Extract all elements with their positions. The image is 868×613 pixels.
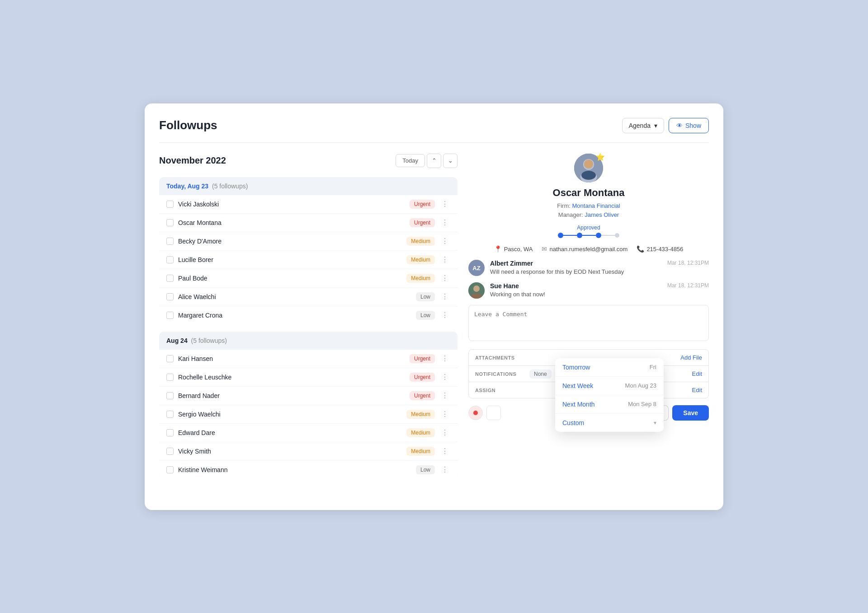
followup-checkbox-0-0[interactable] (166, 201, 174, 208)
attachments-label: ATTACHMENTS (475, 355, 529, 360)
dropdown-date-2: Mon Sep 8 (628, 401, 656, 407)
day-header-0: Today, Aug 23 (5 followups) (159, 177, 458, 195)
header: Followups Agenda ▾ 👁 Show (159, 118, 709, 143)
status-label: Approved (468, 225, 709, 231)
followup-checkbox-0-1[interactable] (166, 219, 174, 226)
followup-checkbox-1-0[interactable] (166, 355, 174, 362)
dropdown-label-3: Custom (562, 419, 584, 426)
dropdown-item-2[interactable]: Next Month Mon Sep 8 (555, 395, 664, 414)
followup-list-0: Vicki Jaskolski Urgent ⋮ Oscar Montana U… (159, 195, 458, 324)
none-badge: None (529, 370, 552, 379)
agenda-label: Agenda (629, 122, 651, 129)
comment-header-0: Albert Zimmer Mar 18, 12:31PM (490, 260, 709, 267)
agenda-dropdown[interactable]: Agenda ▾ (622, 118, 664, 133)
priority-badge: Low (416, 465, 435, 474)
more-options-icon[interactable]: ⋮ (439, 354, 450, 363)
followup-checkbox-1-5[interactable] (166, 448, 174, 455)
manager-link[interactable]: James Oliver (585, 211, 619, 218)
list-item: Paul Bode Medium ⋮ (159, 269, 458, 288)
more-options-icon[interactable]: ⋮ (439, 218, 450, 227)
reschedule-dropdown: Tomorrow Fri Next Week Mon Aug 23 Next M… (555, 358, 664, 432)
more-options-icon[interactable]: ⋮ (439, 447, 450, 455)
save-button[interactable]: Save (672, 405, 709, 421)
followup-checkbox-0-5[interactable] (166, 293, 174, 300)
followup-checkbox-1-3[interactable] (166, 411, 174, 418)
priority-badge: Urgent (410, 373, 435, 382)
more-options-icon[interactable]: ⋮ (439, 428, 450, 437)
comment-avatar-1 (468, 282, 485, 299)
more-options-icon[interactable]: ⋮ (439, 391, 450, 400)
svg-point-6 (581, 171, 596, 180)
contact-meta: Firm: Montana Financial Manager: James O… (468, 201, 709, 220)
followup-checkbox-0-4[interactable] (166, 275, 174, 282)
dropdown-label-0: Tomorrow (562, 364, 590, 371)
more-options-icon[interactable]: ⋮ (439, 311, 450, 319)
today-button[interactable]: Today (396, 154, 425, 167)
day-group-1: Aug 24 (5 followups) Kari Hansen Urgent … (159, 332, 458, 479)
dropdown-expand-icon: ▾ (654, 420, 656, 426)
firm-link[interactable]: Montana Financial (572, 202, 620, 209)
more-options-icon[interactable]: ⋮ (439, 373, 450, 381)
notifications-edit-button[interactable]: Edit (692, 370, 702, 377)
phone-link[interactable]: 215-433-4856 (646, 246, 683, 253)
more-options-icon[interactable]: ⋮ (439, 255, 450, 264)
more-options-icon[interactable]: ⋮ (439, 237, 450, 245)
priority-badge: Urgent (410, 200, 435, 209)
red-dot-button[interactable] (468, 406, 483, 420)
more-options-icon[interactable]: ⋮ (439, 410, 450, 418)
square-button[interactable] (486, 406, 501, 420)
dropdown-item-0[interactable]: Tomorrow Fri (555, 358, 664, 377)
track-dot-3 (596, 233, 601, 238)
day-header-1: Aug 24 (5 followups) (159, 332, 458, 350)
list-item: Kristine Weimann Low ⋮ (159, 461, 458, 479)
page-title: Followups (159, 118, 217, 132)
nav-controls: Today ⌃ ⌄ (396, 154, 458, 168)
followup-name: Lucille Borer (178, 256, 402, 263)
left-panel: November 2022 Today ⌃ ⌄ Today, Aug 23 (5… (159, 154, 458, 486)
email-link[interactable]: nathan.rumesfeld@gmail.com (549, 246, 627, 253)
track-dot-2 (577, 233, 582, 238)
day-group-0: Today, Aug 23 (5 followups) Vicki Jaskol… (159, 177, 458, 324)
followup-checkbox-0-6[interactable] (166, 312, 174, 319)
followup-name: Margaret Crona (178, 312, 411, 319)
right-panel: ⭐ Oscar Montana Firm: Montana Financial … (468, 154, 709, 486)
dropdown-item-3[interactable]: Custom ▾ (555, 414, 664, 432)
more-options-icon[interactable]: ⋮ (439, 200, 450, 208)
track-line-1 (563, 235, 577, 236)
add-file-button[interactable]: Add File (680, 354, 702, 361)
followup-checkbox-1-1[interactable] (166, 374, 174, 381)
followup-name: Oscar Montana (178, 219, 405, 226)
followup-name: Vicki Jaskolski (178, 201, 405, 208)
prev-arrow[interactable]: ⌃ (427, 154, 441, 168)
list-item: Kari Hansen Urgent ⋮ (159, 350, 458, 368)
more-options-icon[interactable]: ⋮ (439, 292, 450, 301)
followup-checkbox-1-2[interactable] (166, 392, 174, 399)
comment-time-0: Mar 18, 12:31PM (667, 260, 709, 267)
followup-checkbox-0-2[interactable] (166, 238, 174, 245)
month-header: November 2022 Today ⌃ ⌄ (159, 154, 458, 168)
followup-checkbox-0-3[interactable] (166, 256, 174, 263)
today-label: Today, Aug 23 (166, 182, 208, 190)
followup-checkbox-1-6[interactable] (166, 466, 174, 473)
priority-badge: Medium (406, 428, 435, 437)
more-options-icon[interactable]: ⋮ (439, 274, 450, 282)
assign-edit-button[interactable]: Edit (692, 387, 702, 393)
show-button[interactable]: 👁 Show (669, 118, 709, 133)
more-options-icon[interactable]: ⋮ (439, 465, 450, 474)
dropdown-date-1: Mon Aug 23 (625, 382, 656, 389)
priority-badge: Low (416, 292, 435, 301)
followup-checkbox-1-4[interactable] (166, 429, 174, 436)
list-item: Vicky Smith Medium ⋮ (159, 442, 458, 461)
followup-name: Rochelle Leuschke (178, 374, 405, 381)
followup-name: Sergio Waelchi (178, 411, 402, 418)
comment-body-1: Sue Hane Mar 18, 12:31PM Working on that… (490, 282, 709, 298)
comment-input[interactable] (468, 305, 709, 341)
comment-item-1: Sue Hane Mar 18, 12:31PM Working on that… (468, 282, 709, 299)
list-item: Sergio Waelchi Medium ⋮ (159, 405, 458, 424)
contact-info-row: 📍 Pasco, WA ✉ nathan.rumesfeld@gmail.com… (468, 245, 709, 253)
followup-name: Kari Hansen (178, 355, 405, 362)
comment-author-1: Sue Hane (490, 282, 519, 290)
dropdown-item-1[interactable]: Next Week Mon Aug 23 (555, 377, 664, 395)
followup-count-0: (5 followups) (210, 182, 248, 190)
next-arrow[interactable]: ⌄ (443, 154, 458, 168)
